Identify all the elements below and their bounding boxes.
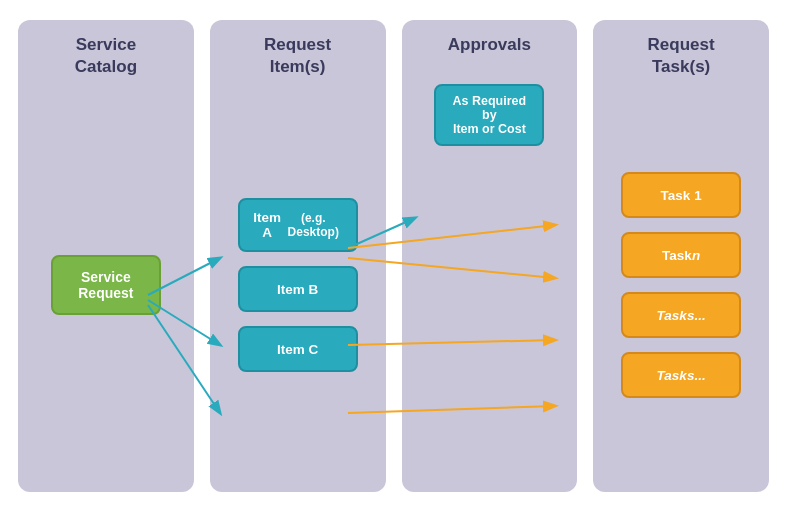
approval-box: As Required byItem or Cost <box>434 84 544 146</box>
column-title-approvals: Approvals <box>448 34 531 56</box>
item-c-box: Item C <box>238 326 358 372</box>
column-request-items: RequestItem(s) Item A(e.g. Desktop) Item… <box>210 20 386 492</box>
column-title-service-catalog: ServiceCatalog <box>75 34 137 78</box>
service-request-box: Service Request <box>51 255 161 315</box>
col-items-request-tasks: Task 1 Task n Tasks... Tasks... <box>601 96 761 474</box>
column-request-tasks: RequestTask(s) Task 1 Task n Tasks... Ta… <box>593 20 769 492</box>
diagram: ServiceCatalog Service Request RequestIt… <box>0 0 787 512</box>
column-title-request-tasks: RequestTask(s) <box>648 34 715 78</box>
item-b-box: Item B <box>238 266 358 312</box>
column-service-catalog: ServiceCatalog Service Request <box>18 20 194 492</box>
col-items-service-catalog: Service Request <box>26 96 186 474</box>
col-items-request-items: Item A(e.g. Desktop) Item B Item C <box>218 96 378 474</box>
column-title-request-items: RequestItem(s) <box>264 34 331 78</box>
task-1-box: Task 1 <box>621 172 741 218</box>
column-approvals: Approvals As Required byItem or Cost <box>402 20 578 492</box>
task-n-box: Task n <box>621 232 741 278</box>
col-items-approvals: As Required byItem or Cost <box>410 74 570 474</box>
tasks-dots-1-box: Tasks... <box>621 292 741 338</box>
tasks-dots-2-box: Tasks... <box>621 352 741 398</box>
item-a-box: Item A(e.g. Desktop) <box>238 198 358 252</box>
